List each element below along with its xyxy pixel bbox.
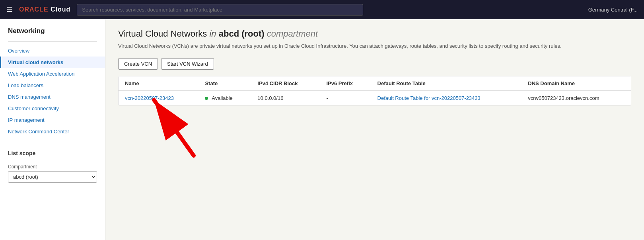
cell-ipv6: - <box>320 91 371 105</box>
page-title-suffix: compartment <box>267 29 318 39</box>
col-ipv4: IPv4 CIDR Block <box>251 76 320 91</box>
table-row: vcn-20220507-23423 Available 10.0.0.0/16… <box>119 91 631 105</box>
cell-name: vcn-20220507-23423 <box>119 91 198 105</box>
create-vcn-button[interactable]: Create VCN <box>118 58 158 70</box>
sidebar-item-customer-connectivity[interactable]: Customer connectivity <box>0 103 105 114</box>
compartment-select[interactable]: abcd (root) <box>8 171 97 183</box>
col-ipv6: IPv6 Prefix <box>320 76 371 91</box>
vcn-name-link[interactable]: vcn-20220507-23423 <box>125 95 174 101</box>
status-dot-icon <box>205 97 208 100</box>
col-dns-domain: DNS Domain Name <box>521 76 631 91</box>
table-header-row: Name State IPv4 CIDR Block IPv6 Prefix D… <box>119 76 631 91</box>
topnav: ☰ ORACLE Cloud Germany Central (F... <box>0 0 644 19</box>
table-wrapper: Name State IPv4 CIDR Block IPv6 Prefix D… <box>118 76 631 105</box>
col-name: Name <box>119 76 198 91</box>
main-content: Virtual Cloud Networks in abcd (root) co… <box>105 19 644 240</box>
sidebar-item-virtual-cloud-networks[interactable]: Virtual cloud networks <box>0 57 105 68</box>
default-route-table-link[interactable]: Default Route Table for vcn-20220507-234… <box>377 95 481 101</box>
oracle-logo: ORACLE Cloud <box>19 6 70 13</box>
cell-dns-domain: vcnv050723423.oraclevcn.com <box>521 91 631 105</box>
start-vcn-wizard-button[interactable]: Start VCN Wizard <box>161 58 214 70</box>
sidebar-item-overview[interactable]: Overview <box>0 45 105 57</box>
page-layout: Networking Overview Virtual cloud networ… <box>0 19 644 240</box>
sidebar: Networking Overview Virtual cloud networ… <box>0 19 105 240</box>
list-scope-divider <box>8 159 97 159</box>
sidebar-item-ip-management[interactable]: IP management <box>0 114 105 126</box>
compartment-label: Compartment <box>8 164 97 170</box>
toolbar: Create VCN Start VCN Wizard <box>118 58 631 70</box>
sidebar-item-web-application-acceleration[interactable]: Web Application Acceleration <box>0 68 105 80</box>
region-selector[interactable]: Germany Central (F... <box>588 7 638 13</box>
cell-ipv4: 10.0.0.0/16 <box>251 91 320 105</box>
svg-line-1 <box>154 100 194 156</box>
hamburger-menu-icon[interactable]: ☰ <box>6 5 13 14</box>
cell-state: Available <box>198 91 251 105</box>
page-description: Virtual Cloud Networks (VCNs) are privat… <box>118 42 631 50</box>
list-scope-section: List scope Compartment abcd (root) <box>0 144 105 183</box>
page-title-in: in <box>209 29 216 39</box>
list-scope-title: List scope <box>8 150 97 156</box>
search-input[interactable] <box>77 4 363 16</box>
page-title-prefix: Virtual Cloud Networks <box>118 29 207 39</box>
sidebar-item-network-command-center[interactable]: Network Command Center <box>0 126 105 137</box>
status-text: Available <box>212 95 233 101</box>
sidebar-item-dns-management[interactable]: DNS management <box>0 91 105 103</box>
cell-route-table: Default Route Table for vcn-20220507-234… <box>371 91 522 105</box>
oracle-text: ORACLE <box>19 6 49 13</box>
vcn-table-container: Name State IPv4 CIDR Block IPv6 Prefix D… <box>118 76 631 105</box>
col-default-route-table: Default Route Table <box>371 76 522 91</box>
page-title: Virtual Cloud Networks in abcd (root) co… <box>118 29 631 39</box>
page-title-compartment: abcd (root) <box>219 29 265 39</box>
sidebar-item-load-balancers[interactable]: Load balancers <box>0 80 105 91</box>
sidebar-title: Networking <box>0 27 105 40</box>
sidebar-divider <box>8 41 97 42</box>
col-state: State <box>198 76 251 91</box>
vcn-table: Name State IPv4 CIDR Block IPv6 Prefix D… <box>119 76 631 105</box>
